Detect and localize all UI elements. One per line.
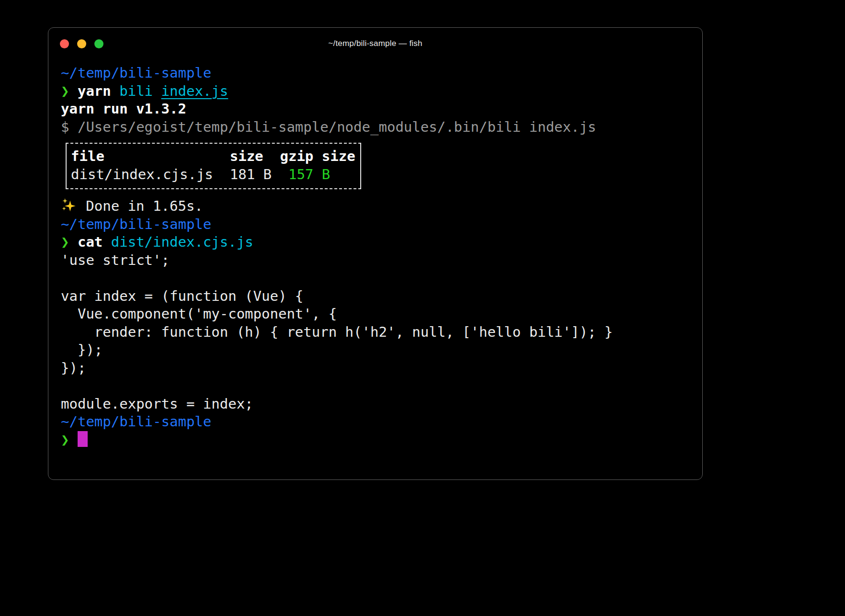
command-arg: dist/index.cjs.js xyxy=(111,234,253,250)
gzip-size-value: 157 B xyxy=(288,166,330,183)
terminal-line: $ /Users/egoist/temp/bili-sample/node_mo… xyxy=(61,118,693,137)
terminal-line xyxy=(61,269,693,287)
terminal-line: ~/temp/bili-sample xyxy=(61,216,693,234)
terminal-line: ❯ yarn bili index.js xyxy=(61,82,693,101)
text-segment: module.exports = index; xyxy=(61,396,253,412)
terminal-line: ~/temp/bili-sample xyxy=(61,413,693,431)
terminal-line: }); xyxy=(61,359,693,377)
command-arg: bili xyxy=(119,83,153,99)
text-segment: }); xyxy=(61,342,103,358)
table-row: dist/index.cjs.js 181 B 157 B xyxy=(71,166,355,184)
title-bar: ~/temp/bili-sample — fish xyxy=(48,28,702,58)
terminal-line: var index = (function (Vue) { xyxy=(61,287,693,306)
yarn-version-line: yarn run v1.3.2 xyxy=(61,101,186,117)
command-yarn: yarn xyxy=(78,83,111,99)
terminal-line: yarn run v1.3.2 xyxy=(61,100,693,118)
file-and-size: dist/index.cjs.js 181 B xyxy=(71,166,288,183)
terminal-line: render: function (h) { return h('h2', nu… xyxy=(61,323,693,342)
terminal-line: Done in 1.65s. xyxy=(61,197,693,216)
done-message: Done in 1.65s. xyxy=(78,198,203,214)
terminal-line: module.exports = index; xyxy=(61,395,693,413)
terminal-line: ❯ xyxy=(61,431,693,449)
text-segment: }); xyxy=(61,360,86,376)
text-segment: 'use strict'; xyxy=(61,252,170,268)
index-js-link[interactable]: index.js xyxy=(161,83,228,99)
text-segment xyxy=(103,234,111,250)
cwd-path: ~/temp/bili-sample xyxy=(61,216,211,232)
text-segment: render: function (h) { return h('h2', nu… xyxy=(61,324,613,340)
terminal-line: 'use strict'; xyxy=(61,251,693,270)
terminal-line: ~/temp/bili-sample xyxy=(61,64,693,82)
prompt-chevron: ❯ xyxy=(61,234,78,250)
prompt-chevron: ❯ xyxy=(61,83,78,99)
text-segment: var index = (function (Vue) { xyxy=(61,288,303,304)
terminal-line: Vue.component('my-component', { xyxy=(61,305,693,323)
table-header-row: file size gzip size xyxy=(71,148,355,166)
terminal-line: }); xyxy=(61,341,693,359)
yarn-exec-line: $ /Users/egoist/temp/bili-sample/node_mo… xyxy=(61,119,596,135)
terminal-window: ~/temp/bili-sample — fish ~/temp/bili-sa… xyxy=(48,27,703,480)
text-segment xyxy=(153,83,161,99)
terminal-cursor[interactable] xyxy=(78,431,88,447)
terminal-line xyxy=(61,377,693,395)
table-headers: file size gzip size xyxy=(71,148,355,164)
text-segment: Vue.component('my-component', { xyxy=(61,306,337,322)
sparkles-icon xyxy=(61,197,78,213)
terminal-line: ❯ cat dist/index.cjs.js xyxy=(61,233,693,251)
command-cat: cat xyxy=(78,234,103,250)
window-title: ~/temp/bili-sample — fish xyxy=(48,39,702,48)
prompt-chevron: ❯ xyxy=(61,432,78,448)
text-segment xyxy=(111,83,119,99)
cwd-path: ~/temp/bili-sample xyxy=(61,65,211,81)
build-output-table: file size gzip sizedist/index.cjs.js 181… xyxy=(66,143,361,189)
terminal-output: ~/temp/bili-sample❯ yarn bili index.jsya… xyxy=(48,58,702,449)
cwd-path: ~/temp/bili-sample xyxy=(61,413,211,430)
